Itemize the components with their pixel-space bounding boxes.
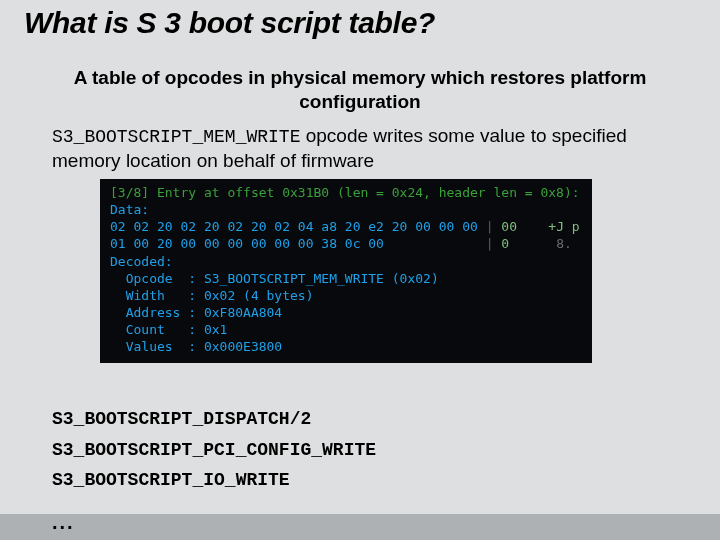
opcode-pci-config-write: S3_BOOTSCRIPT_PCI_CONFIG_WRITE [52, 435, 376, 466]
term-values-line: Values : 0x000E3800 [110, 339, 282, 354]
slide: What is S 3 boot script table? A table o… [0, 0, 720, 540]
pipe-icon: | [486, 219, 494, 234]
page-title: What is S 3 boot script table? [24, 6, 435, 40]
term-ascii-1a: 00 [501, 219, 517, 234]
term-address-line: Address : 0xF80AA804 [110, 305, 282, 320]
footer-band [0, 514, 720, 540]
term-width-line: Width : 0x02 (4 bytes) [110, 288, 314, 303]
description: S3_BOOTSCRIPT_MEM_WRITE opcode writes so… [52, 124, 680, 172]
opcode-name: S3_BOOTSCRIPT_MEM_WRITE [52, 127, 300, 147]
term-opcode-line: Opcode : S3_BOOTSCRIPT_MEM_WRITE (0x02) [110, 271, 439, 286]
term-ascii-2b: 8. [556, 236, 572, 251]
term-data-label: Data: [110, 202, 149, 217]
opcode-list: S3_BOOTSCRIPT_DISPATCH/2 S3_BOOTSCRIPT_P… [52, 404, 376, 496]
opcode-io-write: S3_BOOTSCRIPT_IO_WRITE [52, 465, 376, 496]
term-ascii-2a: 0 [501, 236, 509, 251]
ellipsis: ... [52, 512, 75, 532]
term-ascii-1b: +J p [548, 219, 579, 234]
terminal-output: [3/8] Entry at offset 0x31B0 (len = 0x24… [100, 179, 592, 363]
term-decoded-label: Decoded: [110, 254, 173, 269]
pipe-icon: | [486, 236, 494, 251]
term-hex-row-2: 01 00 20 00 00 00 00 00 00 38 0c 00 [110, 236, 384, 251]
term-entry-header: [3/8] Entry at offset 0x31B0 (len = 0x24… [110, 185, 580, 200]
term-hex-row-1: 02 02 20 02 20 02 20 02 04 a8 20 e2 20 0… [110, 219, 478, 234]
term-count-line: Count : 0x1 [110, 322, 227, 337]
subtitle: A table of opcodes in physical memory wh… [60, 66, 660, 114]
opcode-dispatch: S3_BOOTSCRIPT_DISPATCH/2 [52, 404, 376, 435]
